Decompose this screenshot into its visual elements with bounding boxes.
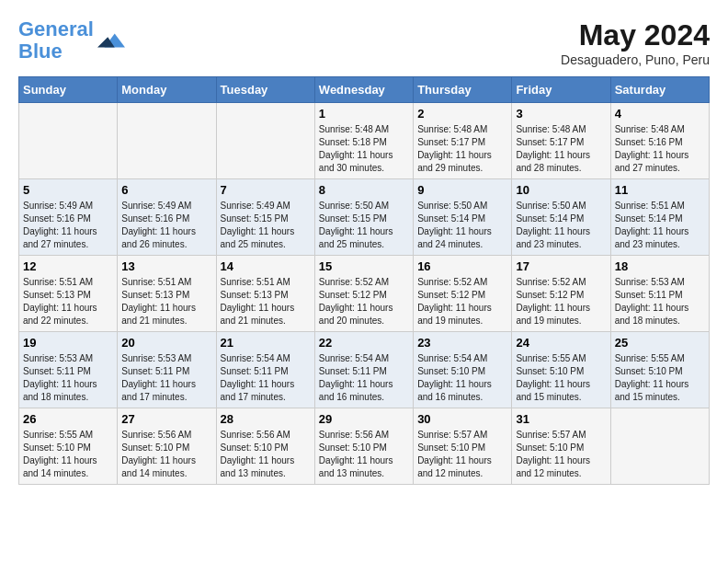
day-number: 10	[516, 183, 606, 197]
day-number: 9	[417, 183, 507, 197]
day-info: Sunrise: 5:52 AM Sunset: 5:12 PM Dayligh…	[516, 276, 606, 327]
logo-icon	[97, 27, 125, 54]
day-info: Sunrise: 5:49 AM Sunset: 5:16 PM Dayligh…	[121, 200, 211, 251]
day-number: 14	[221, 259, 311, 273]
day-info: Sunrise: 5:56 AM Sunset: 5:10 PM Dayligh…	[319, 429, 409, 480]
day-info: Sunrise: 5:50 AM Sunset: 5:15 PM Dayligh…	[319, 200, 409, 251]
day-info: Sunrise: 5:54 AM Sunset: 5:11 PM Dayligh…	[221, 352, 311, 404]
calendar-cell	[19, 103, 118, 179]
day-number: 23	[417, 336, 507, 350]
day-number: 19	[23, 336, 113, 350]
day-info: Sunrise: 5:50 AM Sunset: 5:14 PM Dayligh…	[516, 200, 606, 251]
day-number: 24	[516, 336, 606, 350]
day-number: 22	[319, 336, 409, 350]
calendar-cell: 20Sunrise: 5:53 AM Sunset: 5:11 PM Dayli…	[118, 332, 216, 408]
column-header-saturday: Saturday	[610, 77, 709, 103]
day-info: Sunrise: 5:57 AM Sunset: 5:10 PM Dayligh…	[417, 429, 507, 480]
calendar-week-row: 26Sunrise: 5:55 AM Sunset: 5:10 PM Dayli…	[19, 408, 710, 485]
calendar-body: 1Sunrise: 5:48 AM Sunset: 5:18 PM Daylig…	[19, 103, 710, 485]
day-number: 18	[615, 259, 705, 273]
column-header-thursday: Thursday	[414, 77, 512, 103]
calendar-cell: 19Sunrise: 5:53 AM Sunset: 5:11 PM Dayli…	[19, 332, 118, 408]
day-number: 28	[221, 412, 311, 426]
calendar-cell: 29Sunrise: 5:56 AM Sunset: 5:10 PM Dayli…	[314, 408, 413, 485]
calendar-week-row: 19Sunrise: 5:53 AM Sunset: 5:11 PM Dayli…	[19, 332, 710, 408]
day-number: 15	[319, 259, 409, 273]
calendar-cell: 28Sunrise: 5:56 AM Sunset: 5:10 PM Dayli…	[216, 408, 314, 485]
day-info: Sunrise: 5:51 AM Sunset: 5:13 PM Dayligh…	[23, 276, 113, 327]
day-info: Sunrise: 5:50 AM Sunset: 5:14 PM Dayligh…	[417, 200, 507, 251]
day-number: 6	[121, 183, 211, 197]
calendar-cell: 13Sunrise: 5:51 AM Sunset: 5:13 PM Dayli…	[118, 256, 216, 332]
calendar-cell	[610, 408, 709, 485]
calendar-cell: 2Sunrise: 5:48 AM Sunset: 5:17 PM Daylig…	[414, 103, 512, 179]
day-info: Sunrise: 5:55 AM Sunset: 5:10 PM Dayligh…	[516, 352, 606, 404]
calendar-week-row: 1Sunrise: 5:48 AM Sunset: 5:18 PM Daylig…	[19, 103, 710, 179]
column-header-monday: Monday	[118, 77, 216, 103]
calendar-cell: 22Sunrise: 5:54 AM Sunset: 5:11 PM Dayli…	[314, 332, 413, 408]
day-info: Sunrise: 5:51 AM Sunset: 5:13 PM Dayligh…	[121, 276, 211, 327]
day-info: Sunrise: 5:53 AM Sunset: 5:11 PM Dayligh…	[121, 352, 211, 404]
calendar-cell: 15Sunrise: 5:52 AM Sunset: 5:12 PM Dayli…	[314, 256, 413, 332]
calendar-week-row: 5Sunrise: 5:49 AM Sunset: 5:16 PM Daylig…	[19, 179, 710, 256]
location-subtitle: Desaguadero, Puno, Peru	[561, 52, 710, 67]
day-info: Sunrise: 5:52 AM Sunset: 5:12 PM Dayligh…	[417, 276, 507, 327]
column-header-sunday: Sunday	[19, 77, 118, 103]
day-number: 1	[319, 107, 409, 121]
day-number: 5	[23, 183, 113, 197]
calendar-cell: 3Sunrise: 5:48 AM Sunset: 5:17 PM Daylig…	[512, 103, 610, 179]
calendar-cell: 26Sunrise: 5:55 AM Sunset: 5:10 PM Dayli…	[19, 408, 118, 485]
day-number: 12	[23, 259, 113, 273]
main-title: May 2024	[561, 18, 710, 52]
calendar-cell: 25Sunrise: 5:55 AM Sunset: 5:10 PM Dayli…	[610, 332, 709, 408]
calendar-cell: 8Sunrise: 5:50 AM Sunset: 5:15 PM Daylig…	[314, 179, 413, 256]
calendar-cell: 14Sunrise: 5:51 AM Sunset: 5:13 PM Dayli…	[216, 256, 314, 332]
day-info: Sunrise: 5:49 AM Sunset: 5:15 PM Dayligh…	[221, 200, 311, 251]
calendar-cell: 31Sunrise: 5:57 AM Sunset: 5:10 PM Dayli…	[512, 408, 610, 485]
calendar-cell: 18Sunrise: 5:53 AM Sunset: 5:11 PM Dayli…	[610, 256, 709, 332]
column-header-tuesday: Tuesday	[216, 77, 314, 103]
day-number: 11	[615, 183, 705, 197]
day-number: 26	[23, 412, 113, 426]
day-info: Sunrise: 5:48 AM Sunset: 5:16 PM Dayligh…	[615, 123, 705, 175]
day-number: 13	[121, 259, 211, 273]
day-number: 2	[417, 107, 507, 121]
day-info: Sunrise: 5:55 AM Sunset: 5:10 PM Dayligh…	[615, 352, 705, 404]
day-info: Sunrise: 5:48 AM Sunset: 5:17 PM Dayligh…	[516, 123, 606, 175]
calendar-cell: 7Sunrise: 5:49 AM Sunset: 5:15 PM Daylig…	[216, 179, 314, 256]
calendar-cell: 16Sunrise: 5:52 AM Sunset: 5:12 PM Dayli…	[414, 256, 512, 332]
day-number: 17	[516, 259, 606, 273]
calendar-cell: 4Sunrise: 5:48 AM Sunset: 5:16 PM Daylig…	[610, 103, 709, 179]
day-info: Sunrise: 5:48 AM Sunset: 5:18 PM Dayligh…	[319, 123, 409, 175]
day-number: 3	[516, 107, 606, 121]
calendar-cell: 23Sunrise: 5:54 AM Sunset: 5:10 PM Dayli…	[414, 332, 512, 408]
title-block: May 2024 Desaguadero, Puno, Peru	[561, 18, 710, 67]
day-info: Sunrise: 5:55 AM Sunset: 5:10 PM Dayligh…	[23, 429, 113, 480]
calendar-cell: 27Sunrise: 5:56 AM Sunset: 5:10 PM Dayli…	[118, 408, 216, 485]
column-header-friday: Friday	[512, 77, 610, 103]
day-info: Sunrise: 5:51 AM Sunset: 5:14 PM Dayligh…	[615, 200, 705, 251]
calendar-header-row: SundayMondayTuesdayWednesdayThursdayFrid…	[19, 77, 710, 103]
calendar-cell: 11Sunrise: 5:51 AM Sunset: 5:14 PM Dayli…	[610, 179, 709, 256]
logo: General Blue	[18, 18, 125, 63]
calendar-cell: 21Sunrise: 5:54 AM Sunset: 5:11 PM Dayli…	[216, 332, 314, 408]
day-info: Sunrise: 5:48 AM Sunset: 5:17 PM Dayligh…	[417, 123, 507, 175]
calendar-cell: 24Sunrise: 5:55 AM Sunset: 5:10 PM Dayli…	[512, 332, 610, 408]
day-info: Sunrise: 5:54 AM Sunset: 5:10 PM Dayligh…	[417, 352, 507, 404]
day-info: Sunrise: 5:56 AM Sunset: 5:10 PM Dayligh…	[221, 429, 311, 480]
day-number: 25	[615, 336, 705, 350]
day-number: 29	[319, 412, 409, 426]
calendar-cell	[216, 103, 314, 179]
calendar-cell: 17Sunrise: 5:52 AM Sunset: 5:12 PM Dayli…	[512, 256, 610, 332]
day-number: 20	[121, 336, 211, 350]
page-header: General Blue May 2024 Desaguadero, Puno,…	[18, 18, 710, 67]
calendar-cell	[118, 103, 216, 179]
calendar-cell: 6Sunrise: 5:49 AM Sunset: 5:16 PM Daylig…	[118, 179, 216, 256]
calendar-cell: 10Sunrise: 5:50 AM Sunset: 5:14 PM Dayli…	[512, 179, 610, 256]
day-info: Sunrise: 5:53 AM Sunset: 5:11 PM Dayligh…	[615, 276, 705, 327]
calendar-cell: 12Sunrise: 5:51 AM Sunset: 5:13 PM Dayli…	[19, 256, 118, 332]
column-header-wednesday: Wednesday	[314, 77, 413, 103]
day-info: Sunrise: 5:54 AM Sunset: 5:11 PM Dayligh…	[319, 352, 409, 404]
day-info: Sunrise: 5:51 AM Sunset: 5:13 PM Dayligh…	[221, 276, 311, 327]
day-number: 21	[221, 336, 311, 350]
